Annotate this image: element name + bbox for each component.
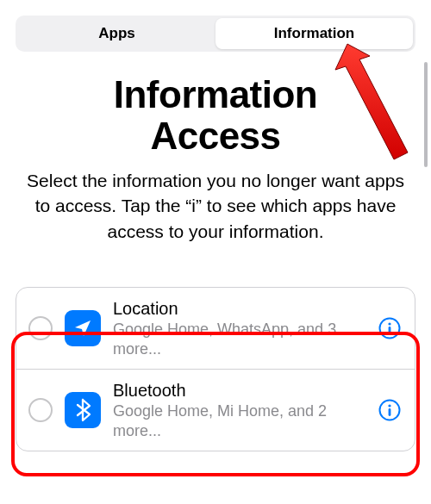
svg-point-1: [388, 323, 390, 326]
svg-rect-5: [389, 408, 391, 416]
segmented-tab-bar: Apps Information: [16, 16, 415, 52]
tab-information[interactable]: Information: [216, 18, 413, 49]
information-list: Location Google Home, WhatsApp, and 3 mo…: [16, 287, 415, 451]
row-subtitle: Google Home, Mi Home, and 2 more...: [113, 401, 365, 440]
row-text: Location Google Home, WhatsApp, and 3 mo…: [113, 298, 365, 358]
tab-information-label: Information: [274, 25, 355, 42]
info-button[interactable]: [377, 397, 403, 423]
row-subtitle: Google Home, WhatsApp, and 3 more...: [113, 320, 365, 358]
scroll-indicator: [424, 62, 428, 167]
row-title: Location: [113, 298, 365, 320]
svg-point-4: [388, 405, 390, 408]
svg-rect-2: [389, 327, 391, 334]
row-text: Bluetooth Google Home, Mi Home, and 2 mo…: [113, 380, 365, 440]
list-row-bluetooth[interactable]: Bluetooth Google Home, Mi Home, and 2 mo…: [16, 369, 415, 451]
info-icon: [378, 399, 401, 421]
page-title: Information Access: [17, 74, 414, 156]
tab-apps[interactable]: Apps: [18, 18, 216, 49]
tab-apps-label: Apps: [98, 25, 135, 42]
info-icon: [378, 317, 401, 339]
bluetooth-icon: [65, 392, 101, 428]
radio-unselected[interactable]: [28, 398, 53, 422]
page-subtitle: Select the information you no longer wan…: [24, 168, 407, 244]
radio-unselected[interactable]: [28, 316, 53, 340]
page-title-line1: Information: [114, 73, 317, 115]
info-button[interactable]: [377, 315, 403, 341]
list-row-location[interactable]: Location Google Home, WhatsApp, and 3 mo…: [16, 288, 415, 369]
location-arrow-icon: [65, 310, 101, 346]
row-title: Bluetooth: [113, 380, 365, 401]
page-title-line2: Access: [150, 115, 280, 157]
